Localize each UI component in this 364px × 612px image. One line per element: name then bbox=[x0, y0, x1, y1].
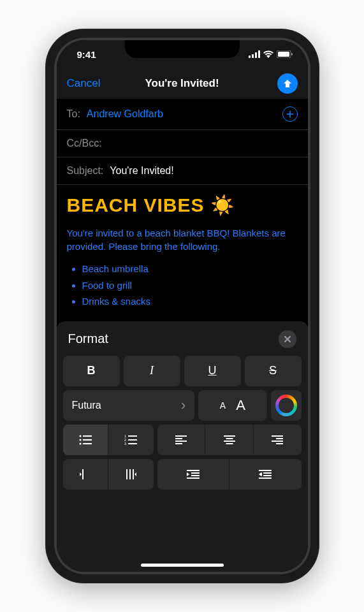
svg-rect-38 bbox=[187, 477, 200, 479]
list-item: Food to grill bbox=[82, 277, 298, 294]
indent-group-1 bbox=[63, 459, 154, 490]
svg-rect-40 bbox=[263, 472, 272, 474]
size-decrease: A bbox=[220, 400, 226, 411]
svg-rect-28 bbox=[276, 438, 283, 439]
svg-rect-16 bbox=[128, 439, 137, 441]
svg-rect-32 bbox=[126, 469, 127, 479]
close-format-button[interactable] bbox=[279, 330, 296, 348]
align-group bbox=[157, 425, 302, 455]
signal-icon bbox=[249, 50, 260, 58]
indent-group-2 bbox=[157, 459, 302, 490]
send-button[interactable] bbox=[277, 73, 298, 94]
font-picker-button[interactable]: Futura › bbox=[63, 390, 195, 421]
nav-bar: Cancel You're Invited! bbox=[57, 68, 308, 99]
subject-label: Subject: bbox=[67, 165, 104, 177]
svg-text:3: 3 bbox=[124, 442, 126, 445]
svg-rect-18 bbox=[128, 443, 137, 444]
align-left-button[interactable] bbox=[157, 425, 205, 455]
svg-rect-24 bbox=[226, 438, 233, 439]
screen: 9:41 Cancel You're Invited! bbox=[57, 40, 308, 572]
svg-rect-21 bbox=[175, 441, 187, 442]
body-list: Beach umbrella Food to grill Drinks & sn… bbox=[67, 261, 298, 310]
numbered-list-icon: 123 bbox=[124, 435, 137, 445]
decrease-indent-icon bbox=[187, 470, 200, 479]
list-item: Drinks & snacks bbox=[82, 293, 298, 310]
list-align-row: 123 bbox=[63, 425, 302, 455]
to-label: To: bbox=[67, 108, 80, 120]
add-recipient-button[interactable] bbox=[282, 106, 298, 122]
chevron-right-icon: › bbox=[181, 397, 186, 414]
increase-indent-icon bbox=[259, 470, 272, 479]
outdent-button[interactable] bbox=[63, 459, 108, 490]
svg-rect-1 bbox=[252, 54, 254, 58]
align-left-icon bbox=[175, 435, 187, 444]
italic-button[interactable]: I bbox=[124, 356, 180, 386]
plus-icon bbox=[286, 110, 294, 118]
svg-point-9 bbox=[79, 439, 81, 441]
svg-rect-2 bbox=[255, 52, 257, 58]
notch bbox=[125, 40, 240, 58]
svg-rect-25 bbox=[224, 441, 235, 442]
style-row: B I U S bbox=[63, 356, 302, 386]
svg-rect-37 bbox=[191, 475, 200, 476]
indent-button[interactable] bbox=[108, 459, 154, 490]
size-increase: A bbox=[236, 397, 245, 414]
underline-button[interactable]: U bbox=[184, 356, 241, 386]
svg-rect-31 bbox=[82, 469, 84, 479]
bullet-list-icon bbox=[79, 435, 92, 445]
svg-rect-29 bbox=[272, 441, 283, 442]
svg-rect-8 bbox=[83, 435, 92, 437]
phone-bezel: 9:41 Cancel You're Invited! bbox=[54, 38, 310, 574]
format-title: Format bbox=[68, 332, 108, 346]
to-field[interactable]: To: Andrew Goldfarb bbox=[57, 99, 308, 130]
subject-value: You're Invited! bbox=[110, 165, 173, 177]
body-headline: BEACH VIBES ☀️ bbox=[67, 194, 298, 216]
svg-point-7 bbox=[79, 435, 81, 437]
indent-row bbox=[63, 459, 302, 490]
svg-rect-27 bbox=[272, 435, 283, 437]
svg-rect-19 bbox=[175, 435, 187, 437]
svg-rect-35 bbox=[187, 470, 200, 471]
color-ring-icon bbox=[275, 395, 297, 416]
nav-title: You're Invited! bbox=[145, 77, 219, 90]
subject-field[interactable]: Subject: You're Invited! bbox=[57, 157, 308, 185]
svg-rect-6 bbox=[291, 53, 293, 55]
wifi-icon bbox=[263, 50, 273, 58]
compose-area: To: Andrew Goldfarb Cc/Bcc: Subject: You… bbox=[57, 99, 308, 321]
status-indicators bbox=[249, 50, 293, 58]
svg-rect-36 bbox=[191, 472, 200, 474]
strikethrough-button[interactable]: S bbox=[245, 356, 302, 386]
body-paragraph: You're invited to a beach blanket BBQ! B… bbox=[67, 226, 298, 253]
bullet-list-button[interactable] bbox=[63, 425, 108, 455]
align-right-button[interactable] bbox=[253, 425, 302, 455]
phone-frame: 9:41 Cancel You're Invited! bbox=[45, 29, 319, 583]
svg-rect-26 bbox=[226, 443, 233, 444]
cc-bcc-field[interactable]: Cc/Bcc: bbox=[57, 130, 308, 157]
svg-rect-34 bbox=[133, 469, 134, 479]
svg-rect-10 bbox=[83, 439, 92, 441]
align-right-icon bbox=[272, 435, 283, 444]
svg-rect-39 bbox=[259, 470, 272, 471]
list-style-group: 123 bbox=[63, 425, 154, 455]
font-row: Futura › A A bbox=[63, 390, 302, 421]
cancel-button[interactable]: Cancel bbox=[67, 77, 101, 90]
bold-button[interactable]: B bbox=[63, 356, 120, 386]
home-indicator[interactable] bbox=[141, 564, 224, 567]
svg-rect-0 bbox=[249, 55, 251, 58]
indent-icon bbox=[125, 469, 136, 479]
svg-rect-30 bbox=[276, 443, 283, 444]
align-center-button[interactable] bbox=[205, 425, 253, 455]
decrease-indent-button[interactable] bbox=[157, 459, 229, 490]
status-time: 9:41 bbox=[77, 49, 96, 60]
numbered-list-button[interactable]: 123 bbox=[108, 425, 154, 455]
increase-indent-button[interactable] bbox=[229, 459, 301, 490]
to-value: Andrew Goldfarb bbox=[87, 108, 163, 120]
format-header: Format bbox=[63, 329, 302, 356]
svg-rect-33 bbox=[129, 469, 131, 479]
svg-rect-20 bbox=[175, 438, 182, 439]
email-body[interactable]: BEACH VIBES ☀️ You're invited to a beach… bbox=[57, 185, 308, 321]
font-size-button[interactable]: A A bbox=[198, 390, 266, 421]
cc-bcc-label: Cc/Bcc: bbox=[67, 138, 102, 149]
arrow-up-icon bbox=[282, 78, 293, 89]
text-color-button[interactable] bbox=[271, 390, 302, 421]
